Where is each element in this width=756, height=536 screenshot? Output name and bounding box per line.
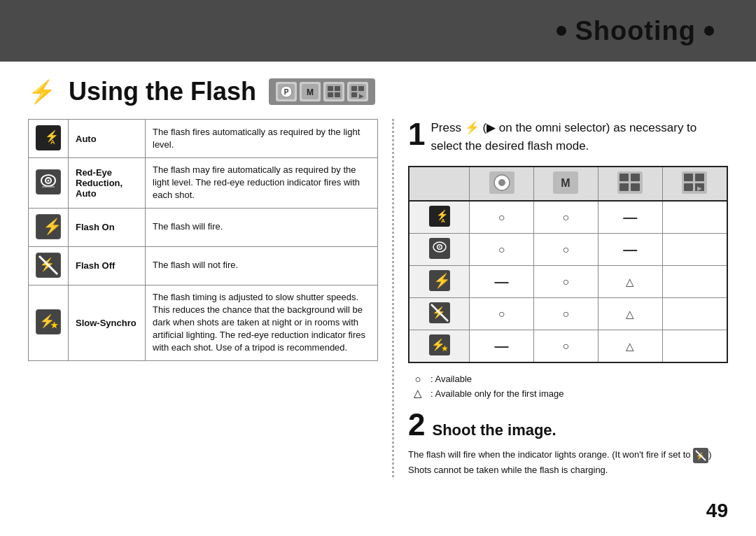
- svg-text:▶: ▶: [359, 93, 364, 99]
- matrix-cell-slow-1: —: [470, 330, 534, 363]
- right-column: 1 Press ⚡ (▶ on the omni selector) as ne…: [408, 119, 728, 477]
- matrix-icon-redeye: [409, 234, 470, 266]
- flash-modes-table: ⚡ A Auto The flash fires automatically a…: [28, 119, 378, 361]
- header-title: Shooting: [575, 16, 696, 46]
- flash-mode-name-auto: Auto: [69, 120, 146, 158]
- matrix-col-header-3: [598, 167, 662, 201]
- svg-text:M: M: [561, 177, 570, 189]
- svg-rect-8: [328, 92, 333, 97]
- matrix-cell-slow-2: ○: [534, 330, 598, 363]
- icon-cell-slow: ⚡ ★: [29, 285, 69, 360]
- matrix-row-slow: ⚡ ★ — ○ △: [409, 330, 727, 363]
- svg-rect-39: [631, 174, 640, 181]
- matrix-cell-redeye-3: —: [598, 234, 662, 266]
- header-title-container: Shooting: [556, 16, 714, 46]
- flash-mode-name-flashoff: Flash Off: [69, 246, 146, 285]
- matrix-table: M: [408, 166, 728, 363]
- svg-text:P: P: [284, 88, 289, 96]
- matrix-cell-slow-3: △: [598, 330, 662, 363]
- flash-lightning-icon: ⚡: [28, 78, 56, 105]
- svg-rect-45: [684, 183, 693, 191]
- step2-section: 2 Shoot the image. The flash will fire w…: [408, 409, 728, 477]
- matrix-row-flashon: ⚡ — ○ △: [409, 266, 727, 298]
- icon-cell-auto: ⚡ A: [29, 120, 69, 158]
- svg-rect-12: [358, 86, 364, 91]
- step1-number: 1: [408, 119, 425, 150]
- svg-text:A: A: [50, 139, 55, 146]
- matrix-col-header-4: ▶: [662, 167, 727, 201]
- matrix-cell-auto-4: [662, 201, 727, 234]
- matrix-cell-flashon-3: △: [598, 266, 662, 298]
- svg-rect-43: [684, 174, 693, 181]
- icon-cell-flashon: ⚡: [29, 208, 69, 246]
- matrix-cell-flashoff-4: [662, 298, 727, 330]
- step1-text: Press ⚡ (▶ on the omni selector) as nece…: [430, 119, 728, 155]
- matrix-cell-flashon-2: ○: [534, 266, 598, 298]
- step2-desc2: Shots cannot be taken while the flash is…: [408, 463, 728, 477]
- svg-rect-9: [335, 92, 340, 97]
- matrix-cell-flashon-1: —: [470, 266, 534, 298]
- flash-mode-name-slow: Slow-Synchro: [69, 285, 146, 360]
- svg-text:⚡: ⚡: [43, 217, 60, 236]
- matrix-col-header-2: M: [534, 167, 598, 201]
- step2-desc1: The flash will fire when the indicator l…: [408, 448, 728, 463]
- flash-mode-desc-redeye: The flash may fire automatically as requ…: [146, 158, 378, 209]
- matrix-row-redeye: ○ ○ —: [409, 234, 727, 266]
- matrix-cell-auto-1: ○: [470, 201, 534, 234]
- matrix-icon-auto: ⚡ A: [409, 201, 470, 234]
- page-title: Using the Flash: [69, 77, 256, 106]
- icon-cell-flashoff: ⚡: [29, 246, 69, 285]
- mode-icon-seq: ▶: [347, 82, 368, 101]
- svg-point-22: [48, 180, 50, 182]
- mode-icon-cm: M: [300, 82, 321, 101]
- matrix-icon-flashoff: ⚡: [409, 298, 470, 330]
- legend-item-first: △ : Available only for the first image: [411, 387, 728, 400]
- flash-mode-desc-slow: The flash timing is adjusted to slow shu…: [146, 285, 378, 360]
- svg-text:A: A: [441, 218, 445, 224]
- header-dot-left: [556, 26, 566, 36]
- matrix-cell-flashoff-1: ○: [470, 298, 534, 330]
- flash-mode-name-flashon: Flash On: [69, 208, 146, 246]
- legend-first-text: : Available only for the first image: [430, 388, 564, 399]
- step2-title: Shoot the image.: [432, 421, 556, 439]
- matrix-col-header-1: [470, 167, 534, 201]
- svg-point-34: [498, 179, 505, 186]
- legend-item-available: ○ : Available: [411, 373, 728, 385]
- svg-rect-6: [328, 86, 333, 91]
- svg-point-55: [439, 246, 440, 248]
- svg-text:▶: ▶: [697, 185, 702, 192]
- matrix-cell-flashoff-2: ○: [534, 298, 598, 330]
- table-row: Red-Eye Reduction, Auto The flash may fi…: [29, 158, 378, 209]
- svg-rect-13: [351, 92, 357, 97]
- matrix-cell-flashon-4: [662, 266, 727, 298]
- mode-icons-row: P M: [269, 78, 375, 105]
- matrix-cell-flashoff-3: △: [598, 298, 662, 330]
- flash-mode-name-redeye: Red-Eye Reduction, Auto: [69, 158, 146, 209]
- svg-rect-44: [695, 174, 704, 181]
- legend-circle-icon: ○: [411, 373, 425, 385]
- table-row: ⚡ A Auto The flash fires automatically a…: [29, 120, 378, 158]
- svg-text:⚡: ⚡: [433, 272, 450, 289]
- mode-icon-auto: P: [276, 82, 297, 101]
- page-title-row: ⚡ Using the Flash P M: [28, 77, 728, 106]
- svg-text:★: ★: [441, 344, 449, 353]
- step1-section: 1 Press ⚡ (▶ on the omni selector) as ne…: [408, 119, 728, 155]
- legend-section: ○ : Available △ : Available only for the…: [408, 373, 728, 400]
- matrix-cell-redeye-4: [662, 234, 727, 266]
- table-row: ⚡ ★ Slow-Synchro The flash timing is adj…: [29, 285, 378, 360]
- two-col-layout: ⚡ A Auto The flash fires automatically a…: [28, 119, 728, 477]
- matrix-cell-slow-4: [662, 330, 727, 363]
- flash-mode-desc-auto: The flash fires automatically as require…: [146, 120, 378, 158]
- table-row: ⚡ Flash Off The flash will not fire.: [29, 246, 378, 285]
- flashoff-inline-icon: ⚡: [693, 448, 708, 463]
- matrix-cell-redeye-1: ○: [470, 234, 534, 266]
- header-bar: Shooting: [0, 0, 756, 62]
- icon-cell-redeye: [29, 158, 69, 209]
- legend-available-text: : Available: [430, 374, 472, 384]
- page-number: 49: [706, 500, 728, 522]
- header-dot-right: [704, 26, 714, 36]
- matrix-row-flashoff: ⚡ ○ ○ △: [409, 298, 727, 330]
- step2-number: 2: [408, 409, 425, 440]
- matrix-cell-redeye-2: ○: [534, 234, 598, 266]
- svg-rect-11: [351, 86, 357, 91]
